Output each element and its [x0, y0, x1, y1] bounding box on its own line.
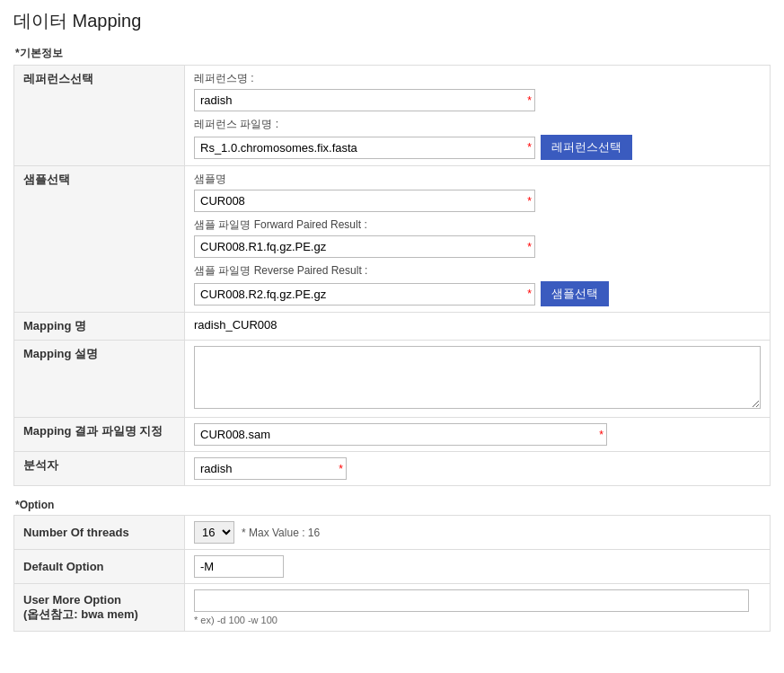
user-more-example: * ex) -d 100 -w 100: [194, 615, 761, 625]
threads-select[interactable]: 1 2 4 8 16: [194, 521, 234, 544]
ref-file-input[interactable]: [194, 137, 535, 159]
mapping-desc-textarea[interactable]: [194, 346, 761, 409]
mapping-desc-row: Mapping 설명: [14, 341, 771, 418]
mapping-desc-label: Mapping 설명: [14, 341, 185, 418]
mapping-result-label: Mapping 결과 파일명 지정: [14, 418, 185, 452]
sample-name-label: 샘플명: [194, 172, 761, 187]
sample-select-button[interactable]: 샘플선택: [541, 281, 609, 306]
mapping-name-row: Mapping 명: [14, 313, 771, 341]
reference-value-cell: 레퍼런스명 : * 레퍼런스 파일명 : *: [185, 66, 771, 166]
sample-label: 샘플선택: [14, 166, 185, 313]
user-more-value-cell: * ex) -d 100 -w 100: [185, 584, 771, 632]
default-option-value-cell: [185, 550, 771, 584]
mapping-name-input[interactable]: [194, 318, 761, 332]
default-option-input[interactable]: [194, 555, 284, 578]
basic-info-section-header: *기본정보: [13, 42, 771, 65]
analyst-input[interactable]: [194, 457, 347, 480]
reference-row: 레퍼런스선택 레퍼런스명 : * 레퍼런스 파일명 :: [14, 66, 771, 166]
threads-max-text: * Max Value : 16: [242, 527, 320, 539]
sample-reverse-input[interactable]: [194, 283, 535, 306]
ref-name-input[interactable]: [194, 89, 535, 111]
user-more-label-line1: User More Option: [23, 593, 121, 607]
mapping-result-row: Mapping 결과 파일명 지정 *: [14, 418, 771, 452]
ref-name-label: 레퍼런스명 :: [194, 71, 761, 86]
default-option-label: Default Option: [14, 550, 185, 584]
user-more-label-line2: (옵션참고: bwa mem): [23, 607, 138, 621]
sample-forward-input[interactable]: [194, 235, 535, 258]
ref-file-label: 레퍼런스 파일명 :: [194, 117, 761, 132]
default-option-row: Default Option: [14, 550, 771, 584]
mapping-result-value-cell: *: [185, 418, 771, 452]
sample-row: 샘플선택 샘플명 * 샘플 파일명 Forward Paired Result …: [14, 166, 771, 313]
sample-forward-label: 샘플 파일명 Forward Paired Result :: [194, 217, 761, 233]
analyst-value-cell: *: [185, 452, 771, 486]
analyst-label: 분석자: [14, 452, 185, 486]
user-more-input[interactable]: [194, 589, 749, 612]
sample-name-input[interactable]: [194, 190, 535, 212]
ref-select-button[interactable]: 레퍼런스선택: [541, 135, 632, 160]
mapping-name-value-cell: [185, 313, 771, 341]
basic-info-table: 레퍼런스선택 레퍼런스명 : * 레퍼런스 파일명 :: [13, 65, 771, 486]
user-more-option-label: User More Option (옵션참고: bwa mem): [14, 584, 185, 632]
threads-value-cell: 1 2 4 8 16 * Max Value : 16: [185, 516, 771, 550]
option-section-header: *Option: [13, 495, 771, 515]
page-title: 데이터 Mapping: [13, 9, 771, 33]
analyst-row: 분석자 *: [14, 452, 771, 486]
mapping-desc-value-cell: [185, 341, 771, 418]
threads-row: Number Of threads 1 2 4 8 16 * Max Value…: [14, 516, 771, 550]
mapping-name-label: Mapping 명: [14, 313, 185, 341]
option-table: Number Of threads 1 2 4 8 16 * Max Value…: [13, 515, 771, 632]
sample-value-cell: 샘플명 * 샘플 파일명 Forward Paired Result : *: [185, 166, 771, 313]
sample-reverse-label: 샘플 파일명 Reverse Paired Result :: [194, 263, 761, 279]
mapping-result-input[interactable]: [194, 423, 607, 446]
reference-label: 레퍼런스선택: [14, 66, 185, 166]
user-more-option-row: User More Option (옵션참고: bwa mem) * ex) -…: [14, 584, 771, 632]
threads-label: Number Of threads: [14, 516, 185, 550]
